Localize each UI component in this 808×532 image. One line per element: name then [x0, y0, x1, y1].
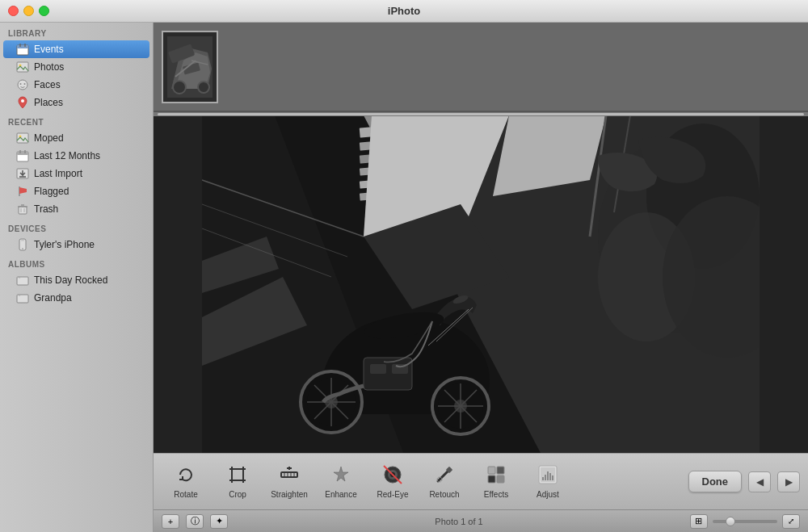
enhance-button[interactable]: Enhance: [317, 459, 365, 504]
redeye-label: Red-Eye: [377, 490, 409, 499]
svg-rect-96: [281, 472, 297, 477]
sidebar: LIBRARY Events: [0, 23, 154, 532]
rotate-label: Rotate: [174, 490, 197, 499]
sidebar-scroll: LIBRARY Events: [0, 23, 153, 532]
sidebar-item-flagged[interactable]: Flagged: [3, 182, 149, 200]
sidebar-item-events[interactable]: Events: [3, 40, 149, 58]
status-bar-right: ⊞ ⤢: [690, 514, 800, 529]
fullscreen-button[interactable]: ⤢: [782, 514, 800, 529]
devices-header: DEVICES: [0, 218, 153, 236]
svg-rect-27: [21, 241, 24, 241]
sidebar-item-trash[interactable]: Trash: [3, 200, 149, 218]
scroll-track: [158, 113, 804, 115]
trash-label: Trash: [34, 203, 58, 215]
svg-point-6: [18, 80, 27, 90]
bottom-toolbar: Rotate: [154, 453, 808, 509]
effects-icon: [486, 464, 507, 488]
window-buttons: [8, 6, 49, 16]
adjust-icon: [537, 464, 558, 488]
status-bar: + ⓘ ✦ Photo 1 of 1 ⊞ ⤢: [154, 509, 808, 532]
grid-button[interactable]: ⊞: [690, 514, 708, 529]
crop-button[interactable]: Crop: [213, 459, 262, 504]
thisdayrocked-label: This Day Rocked: [34, 274, 107, 286]
main-content: LIBRARY Events: [0, 23, 808, 532]
svg-point-35: [173, 81, 186, 94]
sidebar-item-moped[interactable]: Moped: [3, 129, 149, 147]
photo-container: [202, 116, 760, 453]
svg-rect-113: [497, 475, 504, 483]
retouch-label: Retouch: [429, 490, 459, 499]
svg-rect-29: [17, 295, 28, 303]
flagged-icon: [16, 185, 29, 198]
crop-label: Crop: [229, 490, 246, 499]
moped-icon: [16, 132, 29, 145]
minimize-button[interactable]: [23, 6, 34, 16]
svg-point-8: [24, 83, 26, 85]
svg-rect-20: [19, 207, 27, 214]
svg-rect-119: [549, 473, 551, 480]
prev-button[interactable]: ◀: [748, 471, 771, 492]
svg-point-7: [20, 83, 22, 85]
albums-header: ALBUMS: [0, 253, 153, 271]
svg-rect-111: [497, 467, 504, 474]
effects-label: Effects: [484, 490, 508, 499]
close-button[interactable]: [8, 6, 19, 16]
filmstrip-bar: [154, 23, 808, 111]
moped-label: Moped: [34, 132, 64, 144]
svg-rect-112: [488, 475, 495, 483]
enhance-label: Enhance: [325, 490, 356, 499]
sidebar-item-photos[interactable]: Photos: [3, 58, 149, 76]
svg-rect-87: [232, 469, 243, 480]
zoom-knob: [726, 517, 735, 526]
sidebar-item-faces[interactable]: Faces: [3, 76, 149, 94]
sidebar-item-grandpa[interactable]: Grandpa: [3, 289, 149, 307]
toolbar-tools: Rotate: [162, 459, 688, 504]
sidebar-item-thisdayrocked[interactable]: This Day Rocked: [3, 271, 149, 289]
photo-count: Photo 1 of 1: [435, 517, 482, 526]
svg-rect-1: [17, 45, 28, 48]
title-bar: iPhoto: [0, 0, 808, 23]
svg-rect-13: [17, 152, 28, 155]
enhance-icon: [330, 464, 351, 488]
done-button[interactable]: Done: [688, 471, 743, 492]
info-button[interactable]: ⓘ: [186, 514, 204, 529]
last12months-icon: [16, 149, 29, 162]
grandpa-label: Grandpa: [34, 292, 72, 304]
photos-icon: [16, 61, 29, 73]
sidebar-item-places[interactable]: Places: [3, 94, 149, 111]
library-header: LIBRARY: [0, 23, 153, 40]
redeye-button[interactable]: Red-Eye: [368, 459, 417, 504]
filmstrip-thumb[interactable]: [162, 31, 218, 103]
adjust-label: Adjust: [537, 490, 559, 499]
maximize-button[interactable]: [39, 6, 49, 16]
iphone-label: Tyler's iPhone: [34, 239, 95, 250]
retouch-button[interactable]: Retouch: [420, 459, 469, 504]
sidebar-item-iphone[interactable]: Tyler's iPhone: [3, 236, 149, 253]
straighten-icon: [279, 464, 300, 488]
rotate-button[interactable]: Rotate: [162, 459, 210, 504]
flagged-label: Flagged: [34, 186, 69, 197]
sidebar-item-lastimport[interactable]: Last Import: [3, 165, 149, 182]
rotate-icon: [175, 464, 196, 488]
zoom-slider[interactable]: [713, 520, 777, 523]
events-icon: [16, 43, 29, 56]
svg-rect-110: [488, 467, 495, 474]
svg-rect-4: [17, 62, 28, 72]
trash-icon: [16, 203, 29, 216]
effects-button[interactable]: Effects: [472, 459, 520, 504]
add-button[interactable]: +: [162, 514, 179, 529]
last12months-label: Last 12 Months: [34, 150, 100, 161]
next-button[interactable]: ▶: [777, 471, 800, 492]
window-title: iPhoto: [388, 5, 420, 17]
faces-icon: [16, 78, 29, 91]
thisdayrocked-icon: [16, 274, 29, 287]
sidebar-item-last12months[interactable]: Last 12 Months: [3, 147, 149, 165]
photo-area: [154, 116, 808, 453]
grandpa-icon: [16, 291, 29, 304]
straighten-button[interactable]: Straighten: [265, 459, 314, 504]
right-panel: Rotate: [154, 23, 808, 532]
adjust-button[interactable]: Adjust: [524, 459, 572, 504]
places-label: Places: [34, 97, 63, 108]
recent-header: RECENT: [0, 111, 153, 129]
action-button[interactable]: ✦: [210, 514, 228, 529]
